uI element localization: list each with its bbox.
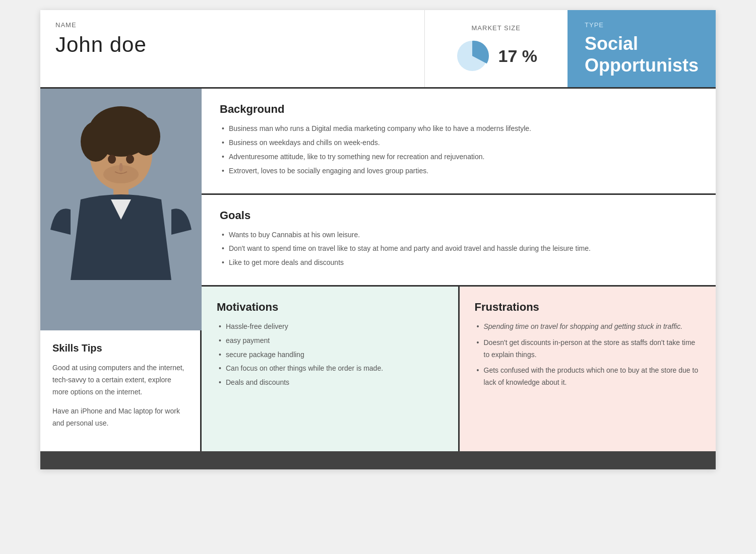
list-item: secure package handling <box>217 349 443 361</box>
skills-text2: Have an iPhone and Mac laptop for work a… <box>52 405 188 430</box>
goals-list: Wants to buy Cannabis at his own leisure… <box>220 229 698 269</box>
market-label: MARKET SIZE <box>472 24 521 32</box>
frustrations-section: Frustrations Spending time on travel for… <box>460 287 716 451</box>
list-item: Doesn't get discounts in-person at the s… <box>475 337 701 361</box>
right-column: Background Business man who runs a Digit… <box>202 89 716 451</box>
persona-card: NAME John doe MARKET SIZE 17 % TYPE Soci… <box>40 10 716 469</box>
person-illustration <box>40 89 202 330</box>
bottom-row: Motivations Hassle-free delivery easy pa… <box>202 287 716 451</box>
list-item: easy payment <box>217 335 443 347</box>
list-item: Like to get more deals and discounts <box>220 257 698 269</box>
background-section: Background Business man who runs a Digit… <box>202 89 716 194</box>
list-item: Deals and discounts <box>217 377 443 389</box>
body: Skills Tips Good at using computers and … <box>40 89 716 451</box>
svg-point-7 <box>108 155 116 164</box>
market-inner: 17 % <box>455 39 538 73</box>
left-column: Skills Tips Good at using computers and … <box>40 89 202 451</box>
list-item: Adventuresome attitude, like to try some… <box>220 151 698 163</box>
motivations-section: Motivations Hassle-free delivery easy pa… <box>202 287 460 451</box>
type-label: TYPE <box>585 21 699 29</box>
persona-photo <box>40 89 202 330</box>
motivations-title: Motivations <box>217 301 443 314</box>
list-item: Gets confused with the products which on… <box>475 365 701 389</box>
footer-bar <box>40 451 716 469</box>
name-section: NAME John doe <box>40 10 424 87</box>
skills-text1: Good at using computers and the internet… <box>52 362 188 398</box>
goals-section: Goals Wants to buy Cannabis at his own l… <box>202 195 716 287</box>
name-label: NAME <box>55 21 409 29</box>
skills-title: Skills Tips <box>52 342 188 354</box>
market-percent-value: 17 % <box>498 46 538 66</box>
list-item: Business man who runs a Digital media ma… <box>220 123 698 135</box>
list-item: Can focus on other things while the orde… <box>217 363 443 375</box>
persona-name: John doe <box>55 33 409 57</box>
background-list: Business man who runs a Digital media ma… <box>220 123 698 177</box>
list-item: Don't want to spend time on travel like … <box>220 243 698 255</box>
list-item: Business on weekdays and chills on week-… <box>220 137 698 149</box>
motivations-list: Hassle-free delivery easy payment secure… <box>217 321 443 389</box>
goals-title: Goals <box>220 209 698 222</box>
frustrations-title: Frustrations <box>475 301 701 314</box>
svg-point-5 <box>132 117 160 156</box>
list-item: Wants to buy Cannabis at his own leisure… <box>220 229 698 241</box>
svg-point-8 <box>126 155 134 164</box>
list-item: Spending time on travel for shopping and… <box>475 321 701 333</box>
skills-section: Skills Tips Good at using computers and … <box>40 330 200 451</box>
svg-point-4 <box>81 121 111 162</box>
market-size-section: MARKET SIZE 17 % <box>424 10 568 87</box>
background-title: Background <box>220 103 698 116</box>
list-item: Extrovert, loves to be socially engaging… <box>220 165 698 177</box>
frustrations-list: Spending time on travel for shopping and… <box>475 321 701 389</box>
header: NAME John doe MARKET SIZE 17 % TYPE Soci… <box>40 10 716 89</box>
list-item: Hassle-free delivery <box>217 321 443 333</box>
type-section: TYPE Social Opportunists <box>568 10 716 87</box>
type-value: Social Opportunists <box>585 33 699 76</box>
pie-chart-icon <box>455 39 489 73</box>
